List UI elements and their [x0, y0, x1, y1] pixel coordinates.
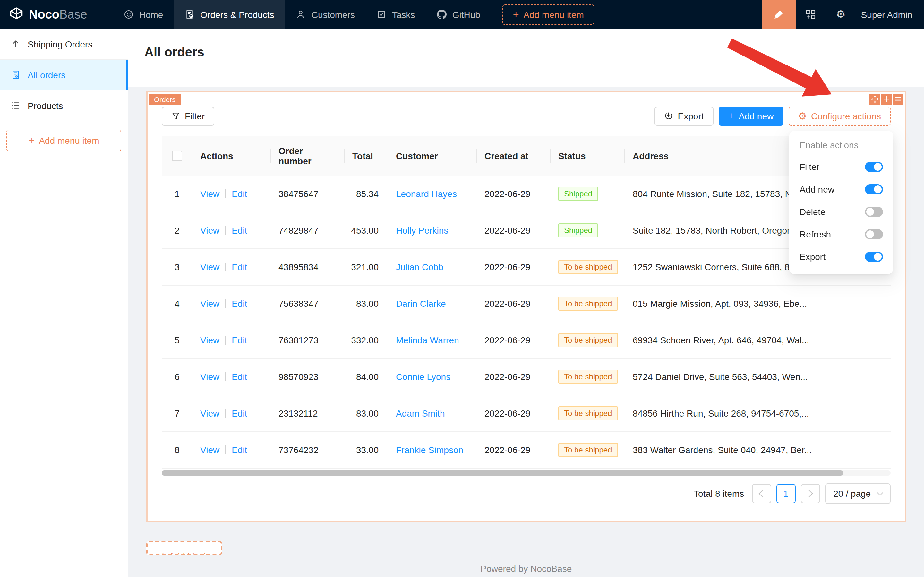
sidebar-item-label: All orders [27, 69, 66, 80]
edit-link[interactable]: Edit [232, 335, 247, 345]
customer-link[interactable]: Adam Smith [396, 408, 445, 419]
customer-cell: Darin Clarke [388, 298, 477, 309]
orders-table: ActionsOrder numberTotalCustomerCreated … [162, 136, 891, 469]
row-actions: ViewEdit [193, 445, 271, 455]
customer-link[interactable]: Frankie Simpson [396, 445, 463, 455]
block-collection-tag: Orders [149, 94, 180, 105]
customer-link[interactable]: Connie Lyons [396, 372, 451, 382]
nav-item-orders-products[interactable]: Orders & Products [174, 0, 285, 29]
ui-editor-button[interactable] [761, 0, 796, 29]
customer-link[interactable]: Darin Clarke [396, 298, 446, 309]
view-link[interactable]: View [200, 225, 219, 235]
navbar-right: ⚙ Super Admin [761, 0, 924, 29]
row-index: 6 [162, 372, 193, 382]
pagination-prev-button[interactable] [752, 484, 771, 503]
nav-item-home[interactable]: Home [113, 0, 174, 29]
view-link[interactable]: View [200, 372, 219, 382]
toggle-refresh[interactable] [865, 229, 883, 239]
edit-link[interactable]: Edit [232, 189, 247, 199]
export-button[interactable]: Export [655, 106, 713, 126]
page-size-select[interactable]: 20 / page [825, 483, 891, 504]
nocobase-cube-icon [8, 6, 24, 23]
row-actions: ViewEdit [193, 189, 271, 199]
created-at-cell: 2022-06-29 [477, 189, 551, 199]
user-menu[interactable]: Super Admin [856, 0, 924, 29]
edit-link[interactable]: Edit [232, 445, 247, 455]
nav-item-github[interactable]: GitHub [426, 0, 491, 29]
toggle-delete[interactable] [865, 206, 883, 217]
status-cell: To be shipped [551, 370, 625, 384]
customer-link[interactable]: Leonard Hayes [396, 189, 457, 199]
sidebar-item-products[interactable]: Products [0, 90, 128, 121]
view-link[interactable]: View [200, 445, 219, 455]
drag-icon[interactable] [869, 94, 881, 105]
table-row: 7ViewEdit2313211283.00Adam Smith2022-06-… [162, 395, 891, 432]
select-all-checkbox[interactable] [172, 151, 182, 161]
enable-action-label: Delete [800, 206, 826, 217]
chevron-down-icon [877, 489, 883, 496]
pagination-total: Total 8 items [694, 488, 744, 499]
dropdown-title: Enable actions [789, 136, 893, 155]
edit-link[interactable]: Edit [232, 225, 247, 235]
view-link[interactable]: View [200, 189, 219, 199]
nav-item-customers[interactable]: Customers [285, 0, 366, 29]
filter-button[interactable]: Filter [162, 106, 214, 126]
brand-logo[interactable]: NocoBase [0, 0, 98, 29]
add-new-button[interactable]: + Add new [719, 106, 784, 126]
edit-link[interactable]: Edit [232, 408, 247, 419]
view-link[interactable]: View [200, 335, 219, 345]
enable-actions-dropdown: Enable actions FilterAdd newDeleteRefres… [789, 131, 893, 274]
sidebar-menu: Shipping OrdersAll ordersProducts [0, 29, 128, 121]
sidebar-item-shipping-orders[interactable]: Shipping Orders [0, 29, 128, 60]
configure-actions-button[interactable]: ⚙ Configure actions [788, 106, 891, 126]
enable-action-add-new: Add new [789, 178, 893, 200]
sidebar-item-label: Shipping Orders [27, 39, 92, 49]
edit-link[interactable]: Edit [232, 298, 247, 309]
nav-item-tasks[interactable]: Tasks [366, 0, 426, 29]
document-check-icon [185, 10, 195, 19]
address-cell: 383 Walter Gardens, Suite 040, 24947, Be… [625, 445, 891, 455]
total-cell: 83.00 [344, 408, 388, 419]
pagination-next-button[interactable] [800, 484, 820, 503]
created-at-cell: 2022-06-29 [477, 262, 551, 272]
plus-icon[interactable] [881, 94, 892, 105]
divider [225, 263, 226, 271]
nav-add-menu-item-button[interactable]: + Add menu item [503, 4, 594, 25]
customer-link[interactable]: Holly Perkins [396, 225, 448, 235]
view-link[interactable]: View [200, 262, 219, 272]
document-check-icon [11, 70, 21, 80]
horizontal-scrollbar[interactable] [162, 471, 843, 475]
toggle-export[interactable] [865, 251, 883, 261]
created-at-cell: 2022-06-29 [477, 225, 551, 235]
status-badge: To be shipped [558, 370, 618, 384]
toolbar-right-actions: Export + Add new ⚙ Configure actions [655, 106, 891, 126]
customer-cell: Frankie Simpson [388, 445, 477, 455]
enable-action-refresh: Refresh [789, 223, 893, 245]
row-actions: ViewEdit [193, 262, 271, 272]
edit-link[interactable]: Edit [232, 372, 247, 382]
nav-item-label: Customers [312, 9, 355, 19]
row-index: 8 [162, 445, 193, 455]
pagination-page-button[interactable]: 1 [776, 484, 795, 503]
enable-action-label: Refresh [800, 229, 831, 239]
status-cell: To be shipped [551, 333, 625, 347]
order-number-cell: 43895834 [271, 262, 344, 272]
settings-gear-button[interactable]: ⚙ [826, 0, 856, 29]
created-at-cell: 2022-06-29 [477, 298, 551, 309]
sidebar-item-all-orders[interactable]: All orders [0, 60, 128, 90]
edit-link[interactable]: Edit [232, 262, 247, 272]
page-header: All orders [128, 29, 924, 87]
sidebar-add-menu-item-button[interactable]: + Add menu item [6, 130, 121, 152]
customer-link[interactable]: Melinda Warren [396, 335, 459, 345]
plus-icon: + [28, 135, 34, 146]
toggle-filter[interactable] [865, 161, 883, 172]
menu-icon[interactable] [893, 94, 903, 105]
customer-link[interactable]: Julian Cobb [396, 262, 443, 272]
blocks-plus-icon-button[interactable] [796, 0, 826, 29]
add-block-button[interactable]: + Add block [146, 541, 222, 555]
address-cell: 84856 Hirthe Run, Suite 268, 94754-6705,… [625, 408, 891, 419]
view-link[interactable]: View [200, 298, 219, 309]
view-link[interactable]: View [200, 408, 219, 419]
toggle-add-new[interactable] [865, 184, 883, 194]
table-row: 5ViewEdit76381273332.00Melinda Warren202… [162, 322, 891, 359]
